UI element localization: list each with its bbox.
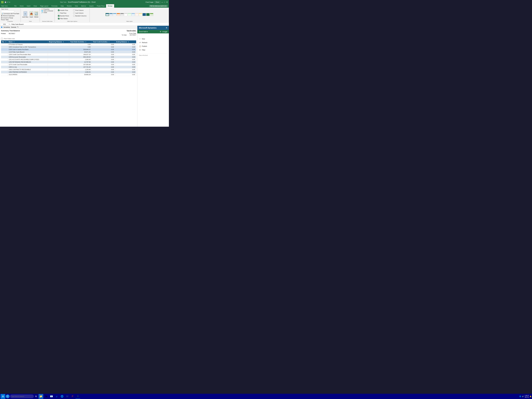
sensitivity-edit-icon[interactable]: ✎ (17, 26, 19, 28)
settings-icon[interactable]: ⚙ (160, 31, 161, 33)
table-style-swatch-8[interactable] (131, 13, 135, 16)
main-area: Sensitivity General ✎ Summary Trial Bala… (0, 26, 169, 127)
table-row[interactable]: 0 Furniture & Fixtures0.000.000.00 (1, 43, 136, 46)
user-name: Chad Sogge (146, 1, 153, 3)
cell-name: 1300 Im Use (7, 66, 48, 68)
ribbon-tab-inquire[interactable]: Inquire (88, 4, 95, 8)
dynamics-filter-btn[interactable]: ▼ Filter (139, 49, 167, 51)
summarize-pivottable-btn[interactable]: 📊 Summarize with PivotTable (1, 13, 19, 14)
banded-columns-checkbox[interactable] (73, 15, 75, 17)
table-style-swatch-9[interactable] (135, 13, 139, 16)
table-row[interactable]: 1201 ACCOUNTS RECEIVABLE-EMPLOYEES2,365.… (1, 58, 136, 61)
table-style-swatch-1[interactable] (106, 13, 109, 16)
ribbon-tab-data[interactable]: Data (59, 4, 65, 8)
dynamics-status: Data refreshed. (139, 53, 167, 56)
ribbon-tab-view[interactable]: View (73, 4, 80, 8)
print-zero-checkbox[interactable] (1, 38, 3, 40)
table-row[interactable]: 1275 Credit Card Receivable107,055.680.0… (1, 63, 136, 66)
dynamics-panel: Microsoft Dynamics ✕ Excel Add-In ⚙ csog… (137, 26, 169, 127)
dynamics-publish-btn[interactable]: 📋 Publish (139, 45, 167, 48)
cell-ending-balance: 0.00 (115, 66, 136, 68)
minimize-icon[interactable]: — (161, 1, 163, 3)
quick-access-undo[interactable]: ↩ (7, 1, 9, 3)
export-btn[interactable]: 📤 Export (30, 11, 33, 18)
ribbon-tab-table-tools: Table Tools (0, 4, 9, 8)
table-row[interactable]: 1150 Credit Card Receivable-Main168,027.… (1, 53, 136, 56)
ribbon-tab-insert[interactable]: Insert (25, 4, 32, 8)
filter-button-option[interactable]: Filter Button (58, 18, 71, 19)
ribbon-tab-design[interactable]: Design (106, 4, 114, 8)
print-options-label: Print 0 Value Lines (4, 38, 15, 39)
ribbon-tab-review[interactable]: Review (65, 4, 73, 8)
table-style-swatch-11[interactable] (142, 13, 146, 16)
convert-range-btn[interactable]: ⊞ Convert to Range (1, 17, 13, 19)
unlink-btn[interactable]: 🔗Unlink (41, 12, 47, 13)
table-row[interactable]: 1450 PREPAID EXPENSES2,698.450.000.00 (1, 71, 136, 73)
plus-icon: + (139, 38, 141, 40)
table-style-swatch-12[interactable] (146, 13, 150, 16)
table-style-swatch-4[interactable] (117, 13, 120, 16)
table-row[interactable]: 1510 DPERS28,883.280.000.00 (1, 73, 136, 76)
table-row[interactable]: 1300 Im Use137,721.320.000.00 (1, 66, 136, 68)
cell-total-debit: 28,883.28 (69, 73, 92, 76)
last-column-checkbox[interactable] (73, 12, 75, 14)
table-style-swatch-5[interactable] (120, 13, 124, 16)
total-row-option[interactable]: Total Row (58, 12, 71, 14)
table-style-swatch-7[interactable] (128, 13, 131, 16)
close-icon[interactable]: ✕ (166, 1, 168, 3)
maximize-icon[interactable]: □ (164, 1, 165, 3)
quick-access-more[interactable]: ▾ (9, 1, 10, 3)
table-row[interactable]: 1000 Unrealized Gain on MC Transactions0… (1, 46, 136, 48)
header-row-option[interactable]: Header Row (58, 10, 71, 11)
table-row[interactable]: 1250 RETAINAGE RECEIVABLES14,707.000.000… (1, 61, 136, 63)
share-button[interactable]: Share (154, 1, 160, 3)
table-style-swatch-3[interactable] (113, 13, 116, 16)
ribbon-tab-addins[interactable]: Add-ins (80, 4, 88, 8)
dynamics-close-btn[interactable]: ✕ (166, 27, 167, 29)
resize-table-btn[interactable]: Resize Table (1, 19, 9, 20)
dynamics-new-btn[interactable]: + New (139, 38, 167, 40)
header-row-checkbox[interactable] (58, 10, 59, 11)
ribbon-tab-home[interactable]: Home (18, 4, 25, 8)
first-column-checkbox[interactable] (73, 10, 75, 11)
cell-reference-input[interactable] (0, 23, 8, 25)
dynamics-subheader: Excel Add-In ⚙ csogge (137, 30, 169, 33)
from-date-label: From Date (129, 33, 136, 34)
cell-total-debit: 1,235.66 (69, 68, 92, 71)
table-style-swatch-2[interactable] (109, 13, 113, 16)
open-browser-btn[interactable]: 🌐Open in Browser (41, 10, 53, 12)
cell-name: 1150 Credit Card Receivable-Main (7, 53, 48, 56)
refresh-btn[interactable]: 🔄 Refresh (34, 11, 38, 18)
dynamics-refresh-btn[interactable]: ↺ Refresh (139, 41, 167, 44)
first-column-option[interactable]: First Column (73, 10, 86, 11)
tools-group-label: Tools (29, 20, 32, 22)
ribbon-tab-file[interactable]: File (13, 4, 18, 8)
table-row[interactable]: 1200 Accounts Receivable846,194.520.000.… (1, 56, 136, 58)
properties-btn[interactable]: 📋Properties (41, 8, 50, 10)
total-row-checkbox[interactable] (58, 12, 59, 14)
banded-columns-option[interactable]: Banded Columns (73, 15, 86, 17)
table-style-swatch-13[interactable] (150, 13, 153, 16)
table-style-swatch-10[interactable] (139, 13, 142, 16)
insert-slicer-btn[interactable]: ⬦ Insert Slicer (22, 11, 29, 18)
table-style-swatch-6[interactable] (124, 13, 127, 16)
filter-button-checkbox[interactable] (58, 18, 59, 19)
table-name-input[interactable] (1, 10, 14, 13)
ribbon-tab-draw[interactable]: Draw (32, 4, 38, 8)
banded-rows-option[interactable]: Banded Rows (58, 15, 71, 17)
table-row[interactable]: 1115 Petty Cash-Branch29,871.000.000.00 (1, 51, 136, 53)
cell-name: 1100 Cash in banks-First Bank (7, 48, 48, 51)
ribbon-tab-page-layout[interactable]: Page Layout (38, 4, 50, 8)
banded-rows-checkbox[interactable] (58, 15, 59, 17)
formula-input[interactable] (11, 23, 168, 25)
cell-ending-balance: 0.00 (115, 46, 136, 48)
tell-me-input[interactable]: Tell me what you want to do (149, 5, 168, 7)
ribbon-tab-formulas[interactable]: Formulas (50, 4, 59, 8)
spreadsheet[interactable]: Summary Trial Balance Printed 9/17/2017 … (0, 29, 137, 127)
remove-duplicates-btn[interactable]: 🗑 Remove Duplicates (1, 15, 14, 17)
last-column-option[interactable]: Last Column (73, 12, 86, 14)
quick-access-save[interactable]: 💾 (5, 1, 6, 3)
ribbon-tab-powerpivot[interactable]: Power Pivot (95, 4, 106, 8)
table-row[interactable]: 1100 Cash in banks-First Bank539,849.370… (1, 48, 136, 51)
table-row[interactable]: 1400 CONTRACTS RECEIVABLE1,235.660.000.0… (1, 68, 136, 71)
